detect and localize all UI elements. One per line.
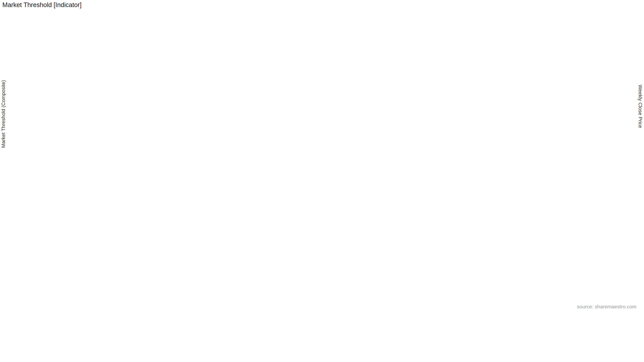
page-title: Market Threshold [Indicator] (2, 1, 82, 8)
right-axis-title: Weekly Close Price (638, 85, 643, 128)
market-threshold-figure: Market Threshold [Indicator] Market Thre… (0, 0, 644, 362)
source-credit: source: sharemaestro.com (577, 304, 636, 309)
left-axis-title: Market Threshold (Composite) (0, 80, 6, 148)
chart-canvas: Market Threshold [Indicator] Market Thre… (0, 0, 644, 362)
